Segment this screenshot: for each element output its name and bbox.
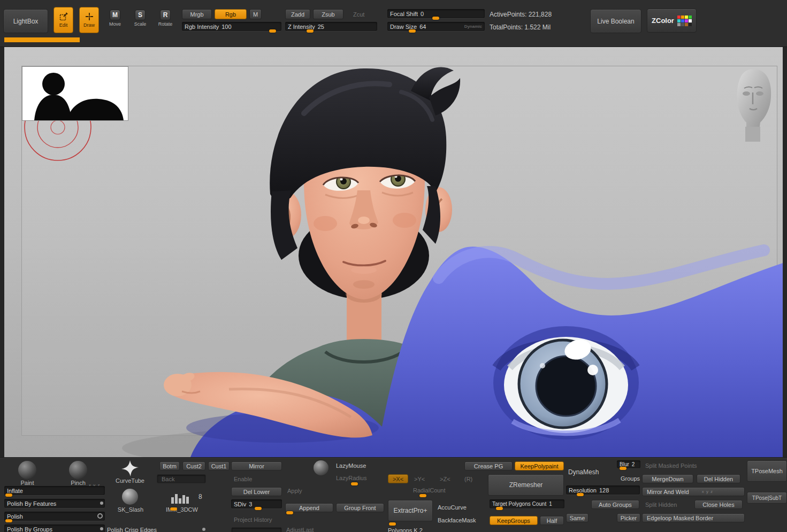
apply-button[interactable]: Apply xyxy=(287,488,302,494)
polish-slider[interactable]: Polish xyxy=(4,512,105,521)
paint-brush-icon[interactable] xyxy=(18,461,36,479)
inflate-handle[interactable] xyxy=(5,494,12,497)
zcolor-button[interactable]: ZColor xyxy=(647,9,697,33)
groups-button[interactable]: Groups xyxy=(621,475,640,482)
cust2-button[interactable]: Cust2 xyxy=(182,461,205,471)
dynamic-label[interactable]: Dynamic xyxy=(464,24,482,29)
sk-slash-icon[interactable] xyxy=(122,489,138,505)
back-button[interactable]: Back xyxy=(157,474,206,483)
project-history-button[interactable]: Project History xyxy=(234,516,272,523)
adjust-last-button[interactable]: AdjustLast xyxy=(286,527,314,532)
blur-handle[interactable] xyxy=(620,467,626,470)
lazyradius-handle[interactable] xyxy=(351,482,358,485)
zcut-button[interactable]: Zcut xyxy=(353,11,364,18)
picker-button[interactable]: Picker xyxy=(617,513,640,522)
same-button[interactable]: Same xyxy=(566,513,589,522)
polish-by-groups-slider[interactable]: Polish By Groups xyxy=(4,525,105,532)
polish-by-features-slider[interactable]: Polish By Features xyxy=(4,499,105,508)
append-label: Append xyxy=(299,505,319,511)
mergedown-button[interactable]: MergeDown xyxy=(642,474,693,483)
zadd-button[interactable]: Zadd xyxy=(285,9,310,19)
mrgb-button[interactable]: Mrgb xyxy=(182,9,212,19)
crease-pg-button[interactable]: Crease PG xyxy=(464,461,513,471)
lazyradius-button[interactable]: LazyRadius xyxy=(336,475,366,481)
imm-handle[interactable] xyxy=(170,507,177,511)
tposemesh-button[interactable]: TPoseMesh xyxy=(747,460,787,482)
reference-thumbnail[interactable] xyxy=(22,67,128,120)
cust1-button[interactable]: Cust1 xyxy=(208,461,230,471)
target-polygons-slider[interactable]: Target Polygons Count 1 xyxy=(490,499,564,508)
draw-size-slider[interactable]: Draw Size 64 Dynamic xyxy=(387,22,485,31)
focal-shift-slider[interactable]: Focal Shift 0 xyxy=(387,9,485,18)
del-lower-button[interactable]: Del Lower xyxy=(231,487,282,496)
rgb-button[interactable]: Rgb xyxy=(215,9,247,19)
botm-button[interactable]: Botm xyxy=(159,461,180,471)
edgeloop-masked-border-button[interactable]: Edgeloop Masked Border xyxy=(642,513,745,522)
move-button[interactable]: M Move xyxy=(106,10,124,32)
split-hidden-button[interactable]: Split Hidden xyxy=(645,502,677,508)
mirror-and-weld-button[interactable]: Mirror And Weld x y z xyxy=(642,487,745,496)
tpose-subt-button[interactable]: TPose|SubT xyxy=(747,492,787,504)
resolution-handle[interactable] xyxy=(577,493,584,496)
zremesher-button[interactable]: ZRemesher xyxy=(488,474,564,496)
draw-size-handle[interactable] xyxy=(409,29,416,33)
close-holes-button[interactable]: Close Holes xyxy=(694,500,743,509)
split-masked-points-button[interactable]: Split Masked Points xyxy=(645,462,697,469)
keep-groups-button[interactable]: KeepGroups xyxy=(490,516,538,525)
lightbox-button[interactable]: LightBox xyxy=(3,9,48,33)
polish-crisp-edges-label[interactable]: Polish Crisp Edges xyxy=(107,527,157,532)
rgb-intensity-slider[interactable]: Rgb Intensity 100 xyxy=(182,22,281,31)
axis-z-button[interactable]: >Z< xyxy=(440,476,450,482)
extractpro-handle[interactable] xyxy=(389,522,396,526)
polish-by-features-dot[interactable] xyxy=(100,502,103,505)
axis-x-label: >X< xyxy=(393,476,403,482)
lazymouse-button[interactable]: LazyMouse xyxy=(336,462,366,469)
axis-y-button[interactable]: >Y< xyxy=(414,476,425,482)
polish-by-groups-dot[interactable] xyxy=(100,527,103,530)
sdiv-slider[interactable]: SDiv 3 xyxy=(231,499,282,508)
enable-button[interactable]: Enable xyxy=(234,476,252,482)
extractpro-button[interactable]: ExtractPro+ xyxy=(388,500,433,521)
zsub-button[interactable]: Zsub xyxy=(313,9,343,19)
group-front-button[interactable]: Group Front xyxy=(336,503,384,512)
sdiv-handle[interactable] xyxy=(255,507,262,510)
keep-polypaint-button[interactable]: KeepPolypaint xyxy=(515,461,564,471)
half-button[interactable]: Half xyxy=(540,516,564,525)
axis-x-button[interactable]: >X< xyxy=(388,474,408,483)
resolution-slider[interactable]: Resolution 128 xyxy=(566,485,640,495)
mirror-button[interactable]: Mirror xyxy=(231,461,282,471)
live-boolean-button[interactable]: Live Boolean xyxy=(590,9,641,33)
imm-3dcw-icon[interactable] xyxy=(170,491,190,505)
rotate-button[interactable]: R Rotate xyxy=(156,10,174,32)
z-intensity-handle[interactable] xyxy=(307,29,314,33)
radialcount-button[interactable]: RadialCount xyxy=(413,487,446,494)
polish-ring[interactable] xyxy=(97,513,103,519)
target-polygons-handle[interactable] xyxy=(496,507,503,510)
curvetube-icon[interactable] xyxy=(120,459,140,477)
del-hidden-button[interactable]: Del Hidden xyxy=(697,474,740,483)
pinch-brush-icon[interactable] xyxy=(69,461,87,479)
accucurve-button[interactable]: AccuCurve xyxy=(438,504,467,511)
clipped-button[interactable] xyxy=(231,527,282,532)
m-button[interactable]: M xyxy=(249,9,262,19)
auto-groups-button[interactable]: Auto Groups xyxy=(591,500,639,509)
zsub-label: Zsub xyxy=(322,11,334,18)
z-intensity-slider[interactable]: Z Intensity 25 xyxy=(285,22,377,31)
blur-slider[interactable]: Blur 2 xyxy=(617,460,640,468)
dynamesh-button[interactable]: DynaMesh xyxy=(568,468,599,476)
rgb-intensity-handle[interactable] xyxy=(269,29,276,33)
draw-button[interactable]: Draw xyxy=(79,7,99,33)
polish-handle[interactable] xyxy=(5,519,12,522)
reference-head-model[interactable] xyxy=(729,66,777,143)
append-handle[interactable] xyxy=(286,511,293,514)
focal-shift-handle[interactable] xyxy=(432,17,439,20)
radialcount-handle[interactable] xyxy=(419,494,426,497)
edit-button[interactable]: Edit xyxy=(54,7,73,33)
backfacemask-button[interactable]: BackfaceMask xyxy=(438,517,476,523)
inflate-slider[interactable]: Inflate xyxy=(4,486,105,495)
polish-crisp-edges-dot[interactable] xyxy=(202,528,205,531)
axis-r-button[interactable]: (R) xyxy=(464,476,472,482)
stroke-preview-icon[interactable] xyxy=(314,460,328,475)
scale-button[interactable]: S Scale xyxy=(131,10,149,32)
viewport[interactable] xyxy=(4,47,783,457)
